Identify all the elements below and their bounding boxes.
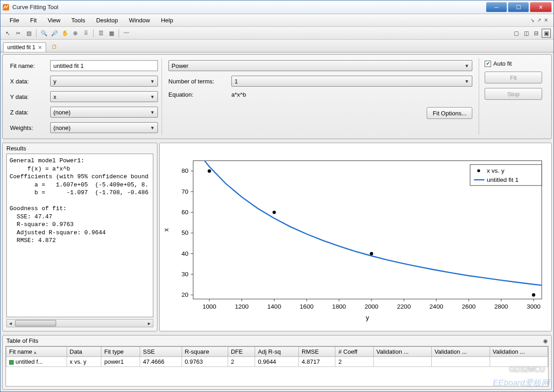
- scroll-thumb[interactable]: [15, 320, 56, 326]
- stop-button[interactable]: Stop: [485, 88, 542, 100]
- scroll-right-icon[interactable]: ►: [146, 320, 153, 327]
- svg-text:1000: 1000: [203, 303, 217, 310]
- zoom-out-icon[interactable]: 🔎: [50, 29, 59, 38]
- svg-text:1200: 1200: [235, 303, 249, 310]
- tab-label: untitled fit 1: [7, 44, 35, 51]
- fit-button[interactable]: Fit: [485, 72, 542, 83]
- svg-point-42: [272, 211, 276, 214]
- model-type-select[interactable]: Power▼: [168, 60, 472, 71]
- grid-icon[interactable]: ▦: [107, 29, 116, 38]
- table-header[interactable]: Validation ...: [490, 347, 548, 357]
- svg-text:2400: 2400: [429, 303, 444, 310]
- table-cell: [373, 357, 431, 367]
- svg-text:2800: 2800: [494, 303, 508, 310]
- menu-tools[interactable]: Tools: [67, 15, 89, 25]
- menu-view[interactable]: View: [43, 15, 65, 25]
- results-scrollbar[interactable]: ◄ ►: [6, 319, 153, 327]
- tab-close-icon[interactable]: ✕: [38, 45, 42, 51]
- fit-options-button[interactable]: Fit Options...: [427, 107, 472, 119]
- svg-text:1600: 1600: [300, 303, 314, 310]
- svg-point-43: [370, 252, 373, 255]
- table-header[interactable]: RMSE: [299, 347, 335, 357]
- layout-4-icon[interactable]: ▣: [542, 29, 551, 38]
- collapse-icon[interactable]: ◉: [543, 338, 548, 344]
- fit-name-input[interactable]: [50, 60, 158, 71]
- nterms-label: Number of terms:: [168, 78, 228, 85]
- weights-select[interactable]: (none)▼: [50, 122, 158, 133]
- menu-fit[interactable]: Fit: [26, 15, 41, 25]
- chart-svg: 1000120014001600180020002200240026002800…: [160, 143, 551, 331]
- layout-3-icon[interactable]: ⊟: [532, 29, 541, 38]
- weights-label: Weights:: [10, 124, 47, 131]
- chevron-down-icon: ▼: [150, 125, 155, 130]
- svg-text:2200: 2200: [397, 303, 411, 310]
- window-title: Curve Fitting Tool: [12, 4, 486, 10]
- fit-chart[interactable]: 1000120014001600180020002200240026002800…: [159, 143, 552, 331]
- zoom-in-icon[interactable]: 🔍: [39, 29, 48, 38]
- fits-table[interactable]: Fit name▲DataFit typeSSER-squareDFEAdj R…: [6, 346, 548, 367]
- table-header[interactable]: R-square: [182, 347, 228, 357]
- separator: [119, 29, 119, 37]
- x-data-label: X data:: [10, 78, 47, 85]
- table-header[interactable]: Fit name▲: [6, 347, 67, 357]
- layout-1-icon[interactable]: ▢: [512, 29, 521, 38]
- table-header[interactable]: Validation ...: [432, 347, 490, 357]
- svg-text:20: 20: [182, 291, 189, 298]
- data-cursor-icon[interactable]: ⊕: [71, 29, 80, 38]
- titlebar: Curve Fitting Tool ─ ☐ ✕: [0, 0, 554, 14]
- y-data-select[interactable]: x▼: [50, 91, 158, 102]
- fit-tab[interactable]: untitled fit 1 ✕: [3, 42, 46, 52]
- table-header[interactable]: Validation ...: [373, 347, 431, 357]
- table-cell: 2: [228, 357, 255, 367]
- chevron-down-icon: ▼: [465, 63, 469, 68]
- scroll-left-icon[interactable]: ◄: [7, 320, 14, 327]
- window-close-icon[interactable]: ✕: [543, 17, 549, 23]
- colorbar-icon[interactable]: ▤: [24, 29, 33, 38]
- residuals-icon[interactable]: 〰: [122, 29, 131, 38]
- table-header[interactable]: Adj R-sq: [255, 347, 299, 357]
- table-header[interactable]: Data: [67, 347, 101, 357]
- table-row[interactable]: untitled f...x vs. ypower147.46660.97632…: [6, 357, 548, 367]
- z-data-select[interactable]: (none)▼: [50, 107, 158, 118]
- svg-text:80: 80: [182, 167, 189, 174]
- layout-2-icon[interactable]: ◫: [522, 29, 531, 38]
- close-button[interactable]: ✕: [530, 2, 552, 12]
- x-data-select[interactable]: y▼: [50, 76, 158, 87]
- z-data-label: Z data:: [10, 109, 47, 116]
- svg-text:40: 40: [182, 250, 189, 257]
- table-header[interactable]: # Coeff: [335, 347, 373, 357]
- app-icon: [2, 4, 10, 11]
- svg-text:2600: 2600: [462, 303, 476, 310]
- dock-arrow-icon[interactable]: ↘: [529, 17, 535, 23]
- pointer-icon[interactable]: ↖: [3, 29, 12, 38]
- new-fit-icon[interactable]: 🗋: [50, 41, 59, 52]
- table-header[interactable]: DFE: [228, 347, 255, 357]
- fit-status-icon: [9, 360, 14, 365]
- table-cell: power1: [101, 357, 140, 367]
- nterms-select[interactable]: 1▼: [231, 76, 472, 87]
- maximize-button[interactable]: ☐: [508, 2, 529, 12]
- menu-file[interactable]: File: [5, 15, 24, 25]
- svg-text:2000: 2000: [365, 303, 379, 310]
- menu-desktop[interactable]: Desktop: [92, 15, 123, 25]
- table-header[interactable]: SSE: [140, 347, 182, 357]
- undock-icon[interactable]: ↗: [536, 17, 542, 23]
- svg-point-44: [532, 293, 535, 296]
- y-data-label: Y data:: [10, 93, 47, 100]
- table-header[interactable]: Fit type: [101, 347, 140, 357]
- table-cell: x vs. y: [67, 357, 101, 367]
- menu-help[interactable]: Help: [157, 15, 178, 25]
- exclude-icon[interactable]: ✂: [14, 29, 23, 38]
- pan-icon[interactable]: ✋: [60, 29, 69, 38]
- legend-icon[interactable]: ☰: [96, 29, 105, 38]
- svg-text:3000: 3000: [527, 303, 541, 310]
- separator: [93, 29, 94, 37]
- auto-fit-checkbox[interactable]: ✔ Auto fit: [485, 60, 542, 67]
- results-text[interactable]: General model Power1: f(x) = a*x^b Coeff…: [6, 154, 153, 317]
- auto-fit-label: Auto fit: [493, 60, 512, 67]
- brush-icon[interactable]: ⠿: [81, 29, 90, 38]
- table-cell: 4.8717: [299, 357, 335, 367]
- svg-point-46: [477, 169, 480, 172]
- menu-window[interactable]: Window: [124, 15, 154, 25]
- minimize-button[interactable]: ─: [486, 2, 507, 12]
